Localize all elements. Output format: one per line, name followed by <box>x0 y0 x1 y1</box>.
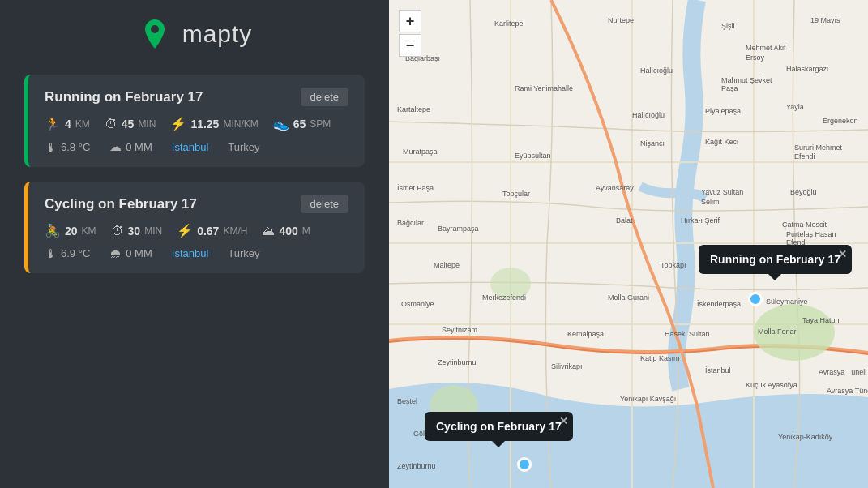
running-distance-value: 4 <box>65 118 71 131</box>
thermometer-icon: 🌡 <box>45 140 57 154</box>
svg-text:Selim: Selim <box>701 198 720 206</box>
running-distance-unit: KM <box>75 118 90 130</box>
svg-text:Topçular: Topçular <box>502 190 530 198</box>
logo-icon <box>137 16 173 52</box>
running-stats: 🏃 4 KM ⏱ 45 MIN ⚡ 11.25 MIN/KM 👟 65 SPM <box>45 116 348 131</box>
running-cadence-stat: 👟 65 SPM <box>273 116 331 131</box>
cycling-meta: 🌡 6.9 °C 🌧 0 MM Istanbul Turkey <box>45 246 348 260</box>
running-country: Turkey <box>228 141 259 153</box>
running-temp-meta: 🌡 6.8 °C <box>45 140 90 154</box>
svg-text:Çatma Mescit: Çatma Mescit <box>782 220 827 229</box>
running-location-link[interactable]: Istanbul <box>172 141 209 153</box>
svg-text:Osmanlye: Osmanlye <box>401 300 434 308</box>
svg-text:Eyüpsultan: Eyüpsultan <box>515 152 551 160</box>
svg-text:Karlitepe: Karlitepe <box>494 19 524 28</box>
svg-text:Ayvansaray: Ayvansaray <box>596 184 634 192</box>
svg-text:Mahmut Şevket: Mahmut Şevket <box>721 76 772 84</box>
running-workout-card: Running on February 17 delete 🏃 4 KM ⏱ 4… <box>24 75 365 167</box>
svg-text:Ersoy: Ersoy <box>746 54 765 62</box>
running-meta: 🌡 6.8 °C ☁ 0 MM Istanbul Turkey <box>45 139 348 154</box>
cycling-card-header: Cycling on February 17 delete <box>45 195 348 213</box>
cycling-rain-icon: 🌧 <box>109 246 122 260</box>
cycling-delete-button[interactable]: delete <box>301 195 348 213</box>
svg-text:Molla Fenari: Molla Fenari <box>758 327 798 336</box>
cycling-duration-unit: MIN <box>144 225 162 237</box>
running-cadence-icon: 👟 <box>273 116 289 131</box>
running-card-header: Running on February 17 delete <box>45 88 348 106</box>
map-container[interactable]: Bağlarbaşı Karlitepe Nurtepe Şişli 19 Ma… <box>389 0 868 488</box>
svg-text:Silivrikapı: Silivrikapı <box>551 362 583 370</box>
svg-text:Bayrampaşa: Bayrampaşa <box>438 225 479 233</box>
svg-text:Seyitnizam: Seyitnizam <box>442 326 477 334</box>
svg-text:Nurtepe: Nurtepe <box>608 16 634 24</box>
svg-text:Halıcıoğlu: Halıcıoğlu <box>640 66 673 75</box>
running-distance-stat: 🏃 4 KM <box>45 116 90 131</box>
svg-text:19 Mayıs: 19 Mayıs <box>810 16 840 24</box>
cycling-rain-meta: 🌧 0 MM <box>109 246 152 260</box>
cycling-temp-value: 6.9 °C <box>61 247 90 259</box>
running-popup-text: Running on February 17 <box>710 253 840 266</box>
cycling-popup-text: Cycling on February 17 <box>436 420 562 433</box>
svg-text:Muratpaşa: Muratpaşa <box>403 148 438 156</box>
svg-text:Mehmet Akif: Mehmet Akif <box>746 44 786 52</box>
svg-text:Kağıt Keci: Kağıt Keci <box>705 138 738 146</box>
svg-text:Zeytinburnu: Zeytinburnu <box>397 462 436 470</box>
cycling-location-link[interactable]: Istanbul <box>172 247 209 259</box>
svg-text:Hırka-ı Şerif: Hırka-ı Şerif <box>681 216 720 225</box>
svg-text:Balat: Balat <box>616 216 633 225</box>
cycling-elevation-stat: ⛰ 400 M <box>262 223 310 238</box>
running-cadence-value: 65 <box>293 118 306 131</box>
cycling-duration-icon: ⏱ <box>111 224 124 238</box>
cycling-elevation-value: 400 <box>279 225 297 238</box>
svg-text:İskenderpaşa: İskenderpaşa <box>697 300 741 308</box>
zoom-in-button[interactable]: + <box>399 10 421 32</box>
svg-text:Taya Hatun: Taya Hatun <box>802 316 840 324</box>
svg-text:Kemalpaşa: Kemalpaşa <box>567 330 604 338</box>
running-duration-stat: ⏱ 45 MIN <box>105 116 156 131</box>
running-duration-value: 45 <box>122 118 135 131</box>
running-popup-close[interactable]: ✕ <box>838 248 847 260</box>
cycling-speed-unit: KM/H <box>223 225 247 237</box>
running-pace-unit: MIN/KM <box>223 118 258 130</box>
cycling-thermometer-icon: 🌡 <box>45 246 57 260</box>
svg-text:Ergenekon: Ergenekon <box>823 117 858 125</box>
cycling-distance-value: 20 <box>65 225 78 238</box>
cycling-stats: 🚴 20 KM ⏱ 30 MIN ⚡ 0.67 KM/H ⛰ 400 M <box>45 223 348 238</box>
zoom-out-button[interactable]: − <box>399 34 421 57</box>
svg-text:Katip Kasım: Katip Kasım <box>640 354 680 362</box>
cycling-popup: ✕ Cycling on February 17 <box>425 412 573 441</box>
running-pace-stat: ⚡ 11.25 MIN/KM <box>170 116 258 131</box>
running-marker[interactable] <box>748 292 763 306</box>
running-workout-title: Running on February 17 <box>45 89 203 105</box>
cycling-duration-stat: ⏱ 30 MIN <box>111 223 163 238</box>
cycling-marker[interactable] <box>517 457 532 472</box>
cycling-workout-title: Cycling on February 17 <box>45 196 197 212</box>
running-delete-button[interactable]: delete <box>301 88 348 106</box>
running-popup: ✕ Running on February 17 <box>699 245 852 274</box>
svg-text:Süleymaniye: Süleymaniye <box>766 298 808 306</box>
svg-text:Avrasya Tüneli: Avrasya Tüneli <box>819 368 866 376</box>
app-title: mapty <box>182 20 253 48</box>
svg-text:Bağcılar: Bağcılar <box>397 219 424 227</box>
cycling-rain-value: 0 MM <box>126 247 152 259</box>
running-duration-unit: MIN <box>138 118 156 130</box>
running-pace-value: 11.25 <box>190 118 219 131</box>
svg-text:Purtelaş Hasan: Purtelaş Hasan <box>786 230 836 238</box>
svg-text:Molla Gurani: Molla Gurani <box>608 293 649 302</box>
running-cadence-unit: SPM <box>310 118 331 130</box>
svg-point-0 <box>151 25 159 33</box>
cloud-icon: ☁ <box>109 139 122 154</box>
svg-text:Halaskargazi: Halaskargazi <box>786 65 828 73</box>
svg-text:İsmet Paşa: İsmet Paşa <box>397 184 434 192</box>
svg-text:Merkezefendi: Merkezefendi <box>482 293 526 302</box>
cycling-popup-close[interactable]: ✕ <box>559 415 568 427</box>
cycling-temp-meta: 🌡 6.9 °C <box>45 246 90 260</box>
svg-text:Şişli: Şişli <box>721 22 735 30</box>
svg-text:Haseki Sultan: Haseki Sultan <box>665 330 710 338</box>
cycling-workout-card: Cycling on February 17 delete 🚴 20 KM ⏱ … <box>24 182 365 273</box>
map-area[interactable]: Bağlarbaşı Karlitepe Nurtepe Şişli 19 Ma… <box>389 0 868 488</box>
svg-text:Piyalepaşa: Piyalepaşa <box>705 107 741 115</box>
running-marker-dot <box>748 292 763 306</box>
svg-text:Avrasya Tüneli: Avrasya Tüneli <box>827 387 868 395</box>
sidebar: mapty Running on February 17 delete 🏃 4 … <box>0 0 389 488</box>
